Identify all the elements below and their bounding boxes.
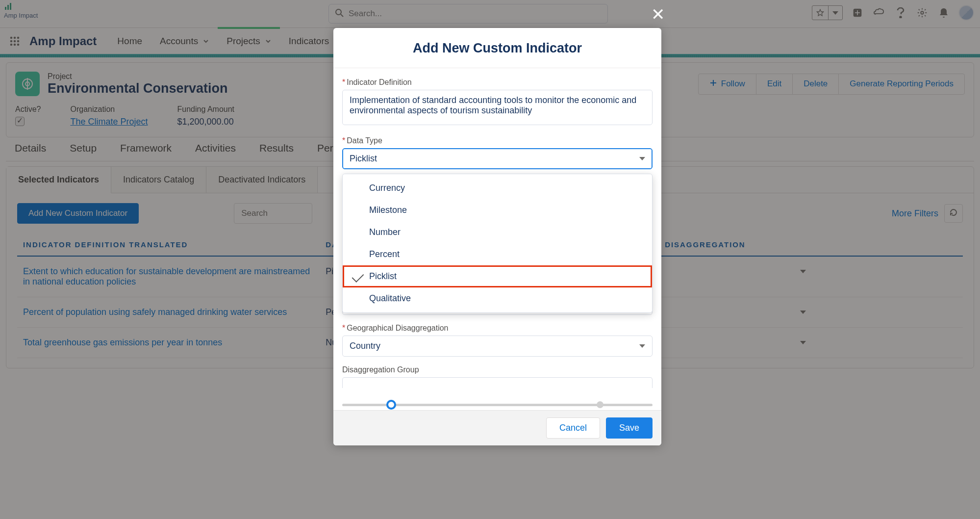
add-indicator-modal: Add New Custom Indicator *Indicator Defi…: [333, 28, 661, 445]
disagg-group-label: Disaggregation Group: [342, 365, 653, 374]
chevron-down-icon: [639, 344, 645, 348]
indicator-definition-input[interactable]: [342, 90, 653, 125]
modal-title: Add New Custom Indicator: [343, 41, 652, 56]
geo-disagg-value: Country: [350, 341, 380, 351]
option-picklist[interactable]: Picklist: [343, 265, 652, 287]
geo-disagg-label-text: Geographical Disaggregation: [347, 324, 448, 332]
option-percent[interactable]: Percent: [343, 243, 652, 265]
modal-scroll-track[interactable]: [342, 404, 653, 406]
close-icon[interactable]: ✕: [651, 6, 665, 23]
disagg-group-select[interactable]: [342, 377, 653, 388]
data-type-selected-value: Picklist: [350, 154, 377, 164]
data-type-dropdown: Currency Milestone Number Percent Pickli…: [342, 174, 653, 313]
data-type-select[interactable]: Picklist: [342, 148, 653, 169]
geo-disagg-select[interactable]: Country: [342, 336, 653, 357]
data-type-label: *Data Type: [342, 136, 653, 145]
scroll-handle-start[interactable]: [386, 400, 396, 410]
option-qualitative[interactable]: Qualitative: [343, 287, 652, 310]
data-type-label-text: Data Type: [347, 136, 382, 145]
definition-label-text: Indicator Definition: [347, 78, 412, 86]
save-button[interactable]: Save: [606, 417, 653, 439]
geo-disagg-label: *Geographical Disaggregation: [342, 324, 653, 333]
scroll-handle-end[interactable]: [597, 401, 603, 408]
option-number[interactable]: Number: [343, 221, 652, 243]
definition-label: *Indicator Definition: [342, 78, 653, 87]
option-currency[interactable]: Currency: [343, 177, 652, 199]
chevron-down-icon: [639, 157, 645, 160]
option-milestone[interactable]: Milestone: [343, 199, 652, 221]
cancel-button[interactable]: Cancel: [546, 417, 600, 439]
